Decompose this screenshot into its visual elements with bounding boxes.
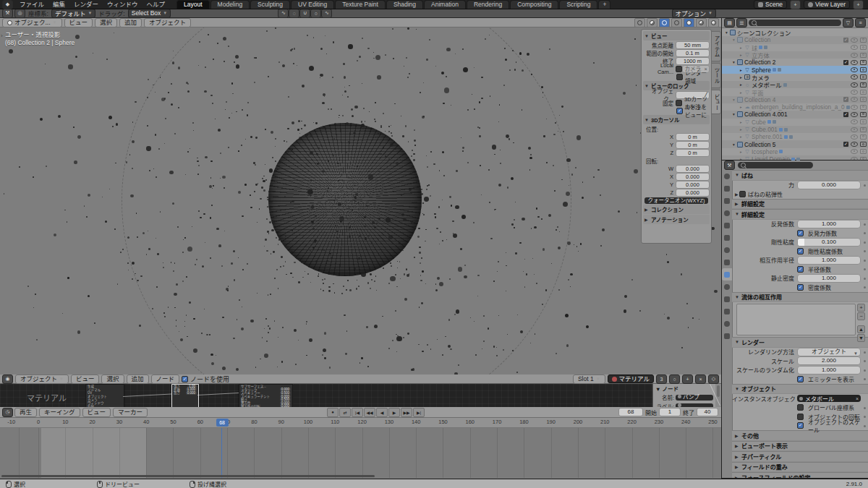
- value-slider[interactable]: 1.000: [797, 256, 861, 265]
- options-dropdown[interactable]: オプション▼: [672, 9, 716, 18]
- outliner-row[interactable]: ▸▽Icosphere: [722, 148, 868, 155]
- outliner-row[interactable]: ▸▽Sphere: [722, 66, 868, 73]
- clear-x-icon[interactable]: ×: [856, 396, 859, 401]
- panel-header-ビュー[interactable]: ▼ビュー: [643, 31, 710, 40]
- disclosure-arrow[interactable]: ▸: [739, 53, 744, 57]
- workspace-tab-rendering[interactable]: Rendering: [467, 0, 509, 9]
- xray-toggle-icon[interactable]: [659, 18, 670, 27]
- shader-menu-ビュー[interactable]: ビュー: [71, 374, 100, 384]
- main-menu-item[interactable]: ヘルプ: [142, 0, 170, 9]
- outliner-row[interactable]: ▸▽立方体: [722, 51, 868, 59]
- panel-header-流体の相互作用[interactable]: ▼流体の相互作用: [732, 292, 868, 303]
- clear-x-icon[interactable]: ×: [703, 66, 709, 72]
- properties-editor-icon[interactable]: ⚒: [724, 160, 735, 170]
- jump-to-end-icon[interactable]: ▶|: [413, 408, 425, 417]
- workspace-tab-sculpting[interactable]: Sculpting: [250, 0, 290, 9]
- main-menu-item[interactable]: ウィンドウ: [103, 0, 142, 9]
- node-name-field[interactable]: バンプ: [676, 395, 713, 401]
- hide-eye-icon[interactable]: [851, 82, 858, 87]
- hide-eye-icon[interactable]: [851, 134, 858, 140]
- panel-header-フィールドの重み[interactable]: ▶フィールドの重み: [732, 462, 868, 473]
- animate-dot[interactable]: [864, 260, 866, 262]
- panel-header-フォースフィールドの設定[interactable]: ▶フォースフィールドの設定: [732, 472, 868, 478]
- timeline-editor-icon[interactable]: ◷: [2, 408, 13, 417]
- shader-menu-追加[interactable]: 追加: [127, 374, 149, 384]
- disable-render-icon[interactable]: [860, 127, 867, 132]
- remove-item-button[interactable]: −: [857, 312, 865, 320]
- frame-start-field[interactable]: 1: [659, 408, 681, 416]
- frame-end-field[interactable]: 40: [697, 408, 718, 416]
- shader-node[interactable]: 生成ノーマルUVオブジェクトカメラウィンドウ反射: [85, 384, 124, 408]
- animate-dot[interactable]: [864, 223, 866, 226]
- value-field[interactable]: 0.000: [676, 165, 710, 173]
- hide-eye-icon[interactable]: [851, 112, 858, 117]
- overlays-icon[interactable]: [647, 18, 658, 27]
- sidebar-tab-アイテム[interactable]: アイテム: [712, 31, 721, 61]
- bump-node[interactable]: 強さ1.00距離1.000高さ0.000: [171, 384, 199, 408]
- properties-tab-object-data[interactable]: [722, 305, 732, 317]
- outliner-row[interactable]: ▾Collection 4.001✓: [722, 111, 868, 118]
- animate-dot[interactable]: [864, 369, 866, 372]
- blender-logo-icon[interactable]: ◆: [2, 0, 13, 9]
- snap-magnet-icon[interactable]: ∪: [299, 9, 310, 18]
- value-field[interactable]: 0 m: [676, 149, 710, 157]
- list-box[interactable]: [736, 304, 856, 335]
- record-icon[interactable]: ●: [327, 408, 339, 417]
- properties-tab-output[interactable]: [722, 194, 732, 207]
- outliner-row[interactable]: ▸▽平面: [722, 88, 868, 95]
- value-slider[interactable]: 2.000: [797, 356, 861, 365]
- outliner-row[interactable]: ▾Collection✓: [722, 36, 868, 43]
- disclosure-arrow[interactable]: ▸: [739, 75, 744, 80]
- disclosure-arrow[interactable]: ▸: [739, 90, 744, 95]
- disclosure-arrow[interactable]: ▾: [731, 142, 736, 147]
- sync-icon[interactable]: ⇄: [339, 408, 351, 417]
- playhead-line[interactable]: [221, 428, 223, 478]
- timeline-scrollbar[interactable]: [1, 475, 375, 477]
- hide-eye-icon[interactable]: [851, 105, 858, 110]
- value-slider[interactable]: 0.000: [797, 181, 861, 189]
- animate-dot[interactable]: [864, 250, 866, 252]
- gizmo-icon[interactable]: [634, 18, 645, 27]
- disable-render-icon[interactable]: [860, 105, 867, 110]
- disable-render-icon[interactable]: [860, 149, 867, 154]
- node-canvas[interactable]: マテリアル ▼ ノード 名前: バンプ ラベル: 生成ノーマルUVオブジェクトカ…: [0, 384, 721, 408]
- hide-eye-icon[interactable]: [851, 127, 858, 132]
- outliner-row[interactable]: ▸☁embergen_building_implosion_a_0: [722, 103, 868, 111]
- use-nodes-checkbox[interactable]: ✓: [182, 376, 188, 382]
- fake-user-shield-icon[interactable]: ○: [669, 374, 680, 384]
- hide-eye-icon[interactable]: [851, 119, 858, 124]
- current-frame-field[interactable]: 68: [618, 408, 643, 416]
- hide-eye-icon[interactable]: [851, 67, 858, 72]
- timeline-menu-キーイング[interactable]: キーイング: [39, 408, 80, 417]
- value-field[interactable]: 0 m: [676, 141, 710, 149]
- properties-tab-modifiers[interactable]: [722, 256, 732, 268]
- workspace-tab-shading[interactable]: Shading: [386, 0, 423, 9]
- hide-eye-icon[interactable]: [851, 90, 858, 95]
- sidebar-tab-ツール[interactable]: ツール: [712, 63, 721, 88]
- unlink-material-button[interactable]: ×: [695, 374, 706, 384]
- workspace-tab-compositing[interactable]: Compositing: [510, 0, 558, 9]
- panel-header-オブジェクト[interactable]: ▼オブジェクト: [732, 384, 868, 395]
- properties-tab-texture[interactable]: [722, 330, 732, 342]
- outliner-row[interactable]: ▸▽Cube.001: [722, 126, 868, 133]
- instance-object-field[interactable]: メタボール×: [797, 395, 861, 402]
- timeline-ruler[interactable]: -100102030405060708090100110120130140150…: [0, 418, 721, 428]
- properties-search-input[interactable]: [738, 162, 813, 168]
- outliner-row[interactable]: ▾Collection 4✓: [722, 96, 868, 103]
- shading-solid-icon[interactable]: [684, 18, 694, 27]
- collection-checkbox[interactable]: ✓: [843, 97, 848, 102]
- disclosure-arrow[interactable]: ▾: [731, 60, 736, 64]
- outliner-options-icon[interactable]: ≡: [855, 18, 866, 27]
- material-name-field[interactable]: マテリアル: [608, 374, 654, 383]
- outliner-row[interactable]: ▸▽球: [722, 44, 868, 51]
- timeline-tracks[interactable]: [0, 428, 721, 478]
- collection-checkbox[interactable]: ✓: [843, 38, 848, 43]
- disclosure-arrow[interactable]: ▸: [739, 46, 744, 50]
- disable-render-icon[interactable]: [860, 134, 867, 140]
- transform-orientation-icon[interactable]: ∿: [278, 9, 289, 18]
- properties-tab-object[interactable]: [722, 244, 732, 256]
- disable-render-icon[interactable]: [860, 142, 867, 147]
- checkbox[interactable]: [797, 404, 804, 411]
- workspace-tab-texture-paint[interactable]: Texture Paint: [335, 0, 386, 9]
- checkbox[interactable]: ✓: [797, 230, 804, 236]
